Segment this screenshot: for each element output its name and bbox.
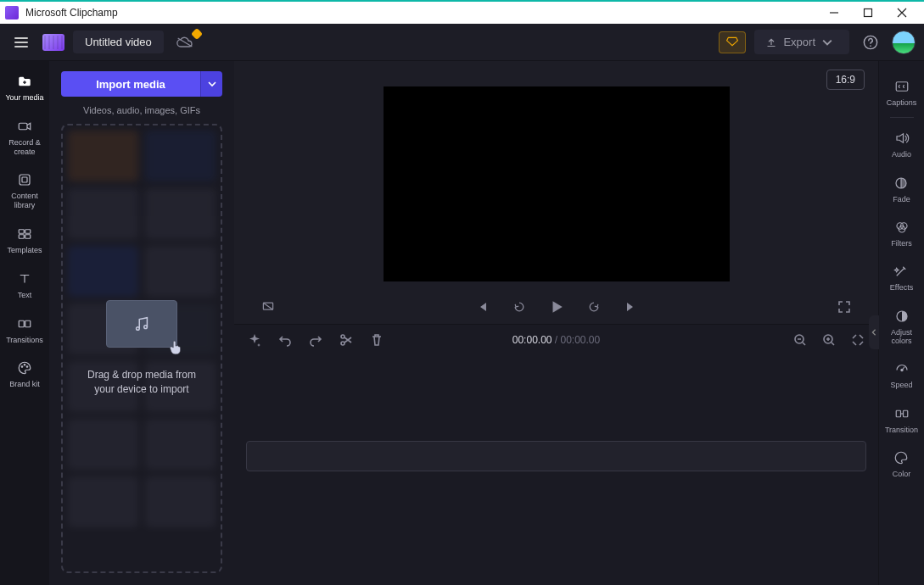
svg-point-14 bbox=[137, 326, 140, 330]
camera-icon bbox=[17, 118, 32, 135]
premium-badge[interactable] bbox=[719, 31, 746, 53]
rail-your-media[interactable]: Your media bbox=[0, 66, 49, 111]
svg-rect-9 bbox=[19, 320, 24, 327]
templates-icon bbox=[17, 226, 32, 242]
monitor-icon bbox=[261, 300, 275, 314]
project-name-input[interactable]: Untitled video bbox=[73, 31, 164, 53]
timeline-track-empty[interactable] bbox=[246, 441, 866, 471]
import-media-dropdown[interactable] bbox=[200, 71, 222, 97]
rail-record-create[interactable]: Record & create bbox=[0, 111, 49, 165]
split-button[interactable] bbox=[338, 332, 355, 348]
palette2-icon bbox=[893, 449, 909, 466]
svg-rect-28 bbox=[896, 410, 900, 417]
prop-fade[interactable]: Fade bbox=[891, 166, 912, 210]
prop-filters[interactable]: Filters bbox=[889, 210, 914, 254]
skip-end-button[interactable] bbox=[621, 297, 641, 317]
rail-transitions[interactable]: Transitions bbox=[0, 309, 49, 354]
svg-rect-7 bbox=[19, 235, 24, 239]
music-note-icon bbox=[132, 315, 151, 333]
project-icon bbox=[42, 34, 64, 51]
stage-column: 16:9 bbox=[234, 61, 878, 585]
zoom-in-button[interactable] bbox=[820, 332, 837, 348]
svg-point-13 bbox=[26, 366, 28, 368]
scissors-icon bbox=[339, 333, 353, 347]
window-maximize-button[interactable] bbox=[851, 1, 885, 25]
delete-button[interactable] bbox=[368, 332, 385, 348]
play-button[interactable] bbox=[546, 297, 567, 317]
app-toolbar: Untitled video Export bbox=[0, 24, 924, 61]
hand-pointer-icon bbox=[166, 338, 185, 357]
prop-label: Captions bbox=[887, 98, 917, 107]
text-icon bbox=[17, 270, 32, 287]
svg-point-11 bbox=[21, 366, 23, 368]
export-button[interactable]: Export bbox=[754, 30, 849, 54]
cloud-sync-button[interactable] bbox=[172, 33, 198, 52]
rewind-button[interactable] bbox=[509, 297, 529, 317]
skip-forward-icon bbox=[624, 300, 638, 314]
upload-icon bbox=[766, 37, 776, 47]
prop-audio[interactable]: Audio bbox=[890, 121, 913, 165]
playback-controls bbox=[234, 290, 878, 324]
transition-icon bbox=[894, 405, 910, 422]
media-dropzone[interactable]: Drag & drop media from your device to im… bbox=[61, 124, 222, 573]
library-icon bbox=[17, 171, 32, 188]
wand-icon bbox=[893, 263, 909, 280]
undo-icon bbox=[278, 333, 292, 347]
chevron-down-icon bbox=[822, 37, 832, 47]
forward-button[interactable] bbox=[584, 297, 604, 317]
window-close-button[interactable] bbox=[885, 1, 919, 25]
fullscreen-button[interactable] bbox=[834, 297, 854, 317]
svg-rect-5 bbox=[19, 230, 24, 234]
prop-color[interactable]: Color bbox=[891, 441, 913, 485]
window-minimize-button[interactable] bbox=[817, 1, 851, 25]
rail-content-library[interactable]: Content library bbox=[0, 164, 49, 219]
user-avatar[interactable] bbox=[892, 31, 916, 54]
preview-quality-button[interactable] bbox=[258, 297, 278, 317]
redo-button[interactable] bbox=[307, 332, 324, 348]
prop-speed[interactable]: Speed bbox=[888, 352, 914, 396]
prop-adjust-colors[interactable]: Adjust colors bbox=[879, 299, 924, 353]
rail-brand-kit[interactable]: Brand kit bbox=[0, 353, 49, 398]
prop-label: Transition bbox=[885, 426, 918, 434]
rail-label: Record & create bbox=[2, 138, 48, 157]
prop-effects[interactable]: Effects bbox=[888, 254, 915, 298]
media-panel: Import media Videos, audio, images, GIFs bbox=[49, 61, 234, 585]
window-title: Microsoft Clipchamp bbox=[25, 7, 118, 19]
timeline-area[interactable] bbox=[234, 354, 878, 585]
collapse-props-button[interactable] bbox=[869, 315, 879, 349]
timeline-time-display: 00:00.00 / 00:00.00 bbox=[512, 334, 600, 346]
fade-icon bbox=[893, 175, 909, 192]
rail-label: Your media bbox=[5, 93, 43, 103]
prop-label: Speed bbox=[890, 381, 912, 389]
play-icon bbox=[549, 299, 564, 315]
svg-point-12 bbox=[24, 365, 25, 366]
app-logo-icon bbox=[5, 6, 19, 20]
rail-text[interactable]: Text bbox=[0, 264, 49, 309]
rail-separator bbox=[890, 117, 914, 118]
prop-transition[interactable]: Transition bbox=[883, 397, 920, 441]
help-button[interactable] bbox=[858, 30, 883, 55]
rail-label: Transitions bbox=[6, 336, 43, 345]
prop-label: Fade bbox=[893, 195, 910, 203]
skip-start-button[interactable] bbox=[472, 297, 492, 317]
contrast-icon bbox=[894, 308, 910, 325]
zoom-out-button[interactable] bbox=[792, 332, 809, 348]
preview-area: 16:9 bbox=[234, 61, 878, 324]
redo-icon bbox=[309, 333, 322, 347]
transitions-icon bbox=[17, 315, 32, 332]
dropzone-text: Drag & drop media from your device to im… bbox=[87, 368, 196, 398]
menu-button[interactable] bbox=[8, 30, 34, 55]
svg-rect-29 bbox=[903, 410, 907, 417]
speaker-icon bbox=[894, 130, 910, 147]
zoom-fit-button[interactable] bbox=[849, 332, 866, 348]
undo-button[interactable] bbox=[277, 332, 294, 348]
import-media-button[interactable]: Import media bbox=[61, 71, 200, 97]
rail-templates[interactable]: Templates bbox=[0, 219, 49, 264]
media-hint: Videos, audio, images, GIFs bbox=[61, 105, 222, 115]
ai-sparkle-button[interactable] bbox=[246, 332, 263, 348]
forward-icon bbox=[587, 300, 601, 314]
video-canvas[interactable] bbox=[384, 86, 730, 281]
timeline-toolbar: 00:00.00 / 00:00.00 bbox=[234, 324, 878, 354]
prop-captions[interactable]: Captions bbox=[885, 70, 919, 114]
aspect-ratio-button[interactable]: 16:9 bbox=[826, 70, 865, 90]
